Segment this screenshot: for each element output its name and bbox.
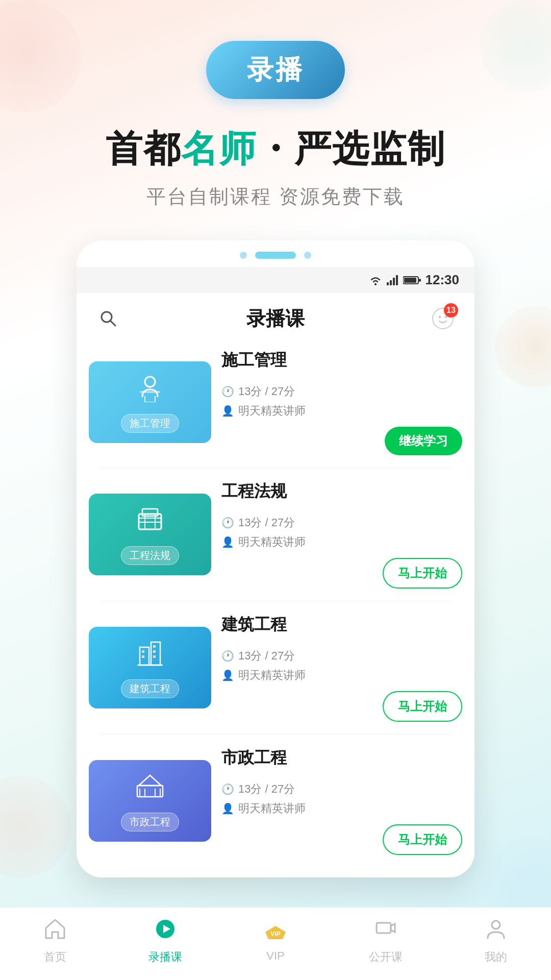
- headline-highlight: 名师: [181, 128, 257, 169]
- course-item-jzgc[interactable]: 建筑工程 建筑工程 🕐 13分 / 27分 👤 明天精英讲师 马上开始: [89, 614, 462, 722]
- svg-rect-25: [153, 645, 156, 648]
- svg-rect-4: [396, 275, 398, 285]
- nav-item-lubo[interactable]: 录播课: [140, 918, 191, 965]
- svg-text:VIP: VIP: [270, 930, 280, 938]
- course-info-jzgc: 建筑工程 🕐 13分 / 27分 👤 明天精英讲师 马上开始: [221, 614, 462, 722]
- teacher-icon-szgc: 👤: [221, 802, 234, 815]
- svg-rect-24: [142, 655, 144, 658]
- dot-left: [240, 252, 247, 259]
- nav-item-home[interactable]: 首页: [30, 918, 81, 965]
- course-meta-jzgc: 🕐 13分 / 27分 👤 明天精英讲师: [221, 648, 462, 683]
- phone-dots: [77, 240, 474, 267]
- course-thumb-jzgc: 建筑工程: [89, 627, 211, 708]
- course-info-gcfl: 工程法规 🕐 13分 / 27分 👤 明天精英讲师 马上开始: [221, 480, 462, 589]
- clock-icon-sggl: 🕐: [221, 385, 234, 398]
- teacher-icon-sggl: 👤: [221, 405, 234, 417]
- nav-label-mine: 我的: [485, 949, 507, 965]
- nav-label-home: 首页: [44, 949, 66, 965]
- vip-icon: VIP: [264, 925, 287, 940]
- course-actions-sggl: 继续学习: [221, 427, 462, 455]
- nav-icon-live: [374, 918, 397, 945]
- course-name-sggl: 施工管理: [221, 349, 462, 372]
- meta-teacher-sggl: 👤 明天精英讲师: [221, 403, 462, 419]
- nav-icon-vip: VIP: [264, 920, 287, 945]
- svg-rect-6: [404, 278, 416, 283]
- meta-teacher-gcfl: 👤 明天精英讲师: [221, 534, 462, 550]
- nav-label-vip: VIP: [266, 949, 284, 963]
- thumb-label-sggl: 施工管理: [121, 414, 179, 433]
- search-button[interactable]: [95, 305, 121, 332]
- headline-part2: ・严选监制: [257, 128, 445, 169]
- nav-label-lubo: 录播课: [148, 949, 182, 965]
- teacher-icon-gcfl: 👤: [221, 536, 234, 548]
- live-icon: [374, 918, 397, 940]
- course-item-szgc[interactable]: 市政工程 市政工程 🕐 13分 / 27分 👤 明天精英讲师 马上开始: [89, 747, 462, 855]
- clock-icon-jzgc: 🕐: [221, 650, 234, 662]
- thumb-label-gcfl: 工程法规: [121, 546, 179, 565]
- meta-duration-jzgc: 🕐 13分 / 27分: [221, 648, 462, 664]
- notification-button[interactable]: 13: [430, 305, 456, 332]
- headline: 首都名师・严选监制: [106, 125, 445, 174]
- svg-rect-14: [140, 391, 160, 393]
- course-thumb-sggl: 施工管理: [89, 361, 211, 443]
- clock-icon-szgc: 🕐: [221, 783, 234, 795]
- course-thumb-szgc: 市政工程: [89, 760, 211, 842]
- course-name-szgc: 市政工程: [221, 747, 462, 769]
- nav-item-live[interactable]: 公开课: [360, 918, 411, 965]
- status-time: 12:30: [425, 272, 460, 288]
- subheadline: 平台自制课程 资源免费下载: [146, 184, 405, 210]
- nav-icon-mine: [485, 918, 507, 945]
- nav-item-mine[interactable]: 我的: [470, 918, 521, 965]
- signal-icon: [387, 275, 399, 285]
- start-button-jzgc[interactable]: 马上开始: [383, 691, 462, 722]
- course-name-gcfl: 工程法规: [221, 480, 462, 503]
- thumb-icon-gcfl: [135, 504, 165, 540]
- svg-rect-29: [137, 786, 163, 797]
- course-meta-sggl: 🕐 13分 / 27分 👤 明天精英讲师: [221, 384, 462, 419]
- nav-label-live: 公开课: [369, 949, 403, 965]
- course-actions-szgc: 马上开始: [221, 824, 462, 855]
- course-actions-gcfl: 马上开始: [221, 558, 462, 589]
- duration-text-gcfl: 13分 / 27分: [238, 515, 295, 530]
- dot-center: [255, 252, 296, 259]
- teacher-name-gcfl: 明天精英讲师: [238, 534, 306, 550]
- course-name-jzgc: 建筑工程: [221, 614, 462, 636]
- svg-rect-2: [390, 280, 392, 285]
- nav-icon-home: [44, 918, 66, 945]
- teacher-icon-jzgc: 👤: [221, 669, 234, 681]
- wifi-icon: [368, 275, 383, 286]
- meta-teacher-szgc: 👤 明天精英讲师: [221, 801, 462, 816]
- meta-duration-szgc: 🕐 13分 / 27分: [221, 781, 462, 797]
- svg-line-9: [110, 321, 115, 326]
- thumb-icon-jzgc: [135, 637, 165, 673]
- duration-text-sggl: 13分 / 27分: [238, 384, 295, 399]
- course-list: 施工管理 施工管理 🕐 13分 / 27分 👤 明天精英讲师 继续学习: [77, 344, 474, 877]
- nav-item-vip[interactable]: VIP VIP: [250, 920, 301, 963]
- meta-teacher-jzgc: 👤 明天精英讲师: [221, 668, 462, 683]
- teacher-name-jzgc: 明天精英讲师: [238, 668, 306, 683]
- svg-marker-30: [139, 775, 161, 786]
- teacher-name-szgc: 明天精英讲师: [238, 801, 306, 816]
- status-icons: 12:30: [368, 272, 460, 288]
- svg-rect-3: [393, 278, 395, 285]
- course-item-gcfl[interactable]: 工程法规 工程法规 🕐 13分 / 27分 👤 明天精英讲师 马上开始: [89, 480, 462, 589]
- thumb-label-szgc: 市政工程: [121, 813, 179, 831]
- course-item-sggl[interactable]: 施工管理 施工管理 🕐 13分 / 27分 👤 明天精英讲师 继续学习: [89, 349, 462, 455]
- continue-button-sggl[interactable]: 继续学习: [385, 427, 462, 455]
- search-icon: [98, 308, 118, 329]
- start-button-gcfl[interactable]: 马上开始: [383, 558, 462, 589]
- svg-point-11: [439, 316, 441, 318]
- battery-icon: [403, 276, 421, 285]
- lubo-badge[interactable]: 录播: [206, 41, 345, 99]
- clock-icon-gcfl: 🕐: [221, 517, 234, 529]
- meta-duration-sggl: 🕐 13分 / 27分: [221, 384, 462, 399]
- thumb-icon-sggl: [135, 372, 165, 408]
- duration-text-szgc: 13分 / 27分: [238, 781, 295, 797]
- header-area: 录播 首都名师・严选监制 平台自制课程 资源免费下载: [0, 0, 551, 240]
- start-button-szgc[interactable]: 马上开始: [383, 824, 462, 855]
- lubo-icon: [154, 918, 177, 940]
- dot-right: [304, 252, 311, 259]
- course-thumb-gcfl: 工程法规: [89, 494, 211, 575]
- duration-text-jzgc: 13分 / 27分: [238, 648, 295, 664]
- svg-rect-41: [377, 923, 391, 933]
